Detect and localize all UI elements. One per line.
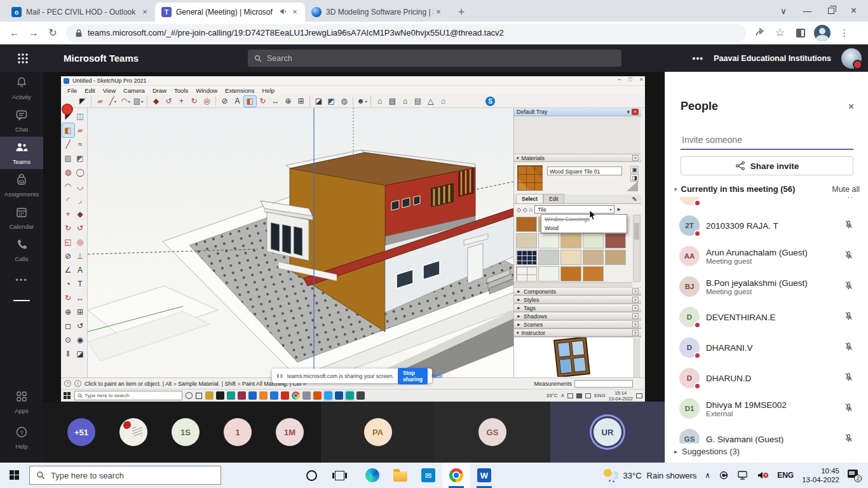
- orbit-tool-icon[interactable]: ↻: [257, 96, 269, 107]
- material-swatch[interactable]: [605, 250, 626, 265]
- mic-off-icon[interactable]: [844, 281, 853, 293]
- door-tool-icon[interactable]: ▤: [386, 96, 398, 107]
- instructor-scrollbar[interactable]: [634, 338, 641, 377]
- shared-app-icon[interactable]: [302, 391, 311, 400]
- dropdown-option[interactable]: Wood: [541, 224, 627, 233]
- language-indicator[interactable]: ENG: [777, 471, 794, 480]
- tray-icon[interactable]: [567, 393, 573, 398]
- rectangle-tool-icon[interactable]: ▨▾: [132, 96, 144, 107]
- section-plane-tool-icon[interactable]: ◪: [74, 347, 86, 361]
- suggestions-header[interactable]: ▸ Suggestions (3): [674, 447, 740, 456]
- rotate-tool-icon[interactable]: ↻: [188, 96, 200, 107]
- move-tool-icon[interactable]: +: [62, 207, 74, 221]
- shared-app-icon[interactable]: [238, 391, 246, 400]
- line-tool-icon[interactable]: ╱: [62, 137, 74, 151]
- menu-camera[interactable]: Camera: [120, 87, 148, 94]
- sidebar-item-calls[interactable]: Calls: [0, 234, 43, 266]
- tab-3d-pricing[interactable]: 3D Modeling Software Pricing | 3 ×: [305, 3, 449, 22]
- shared-app-icon[interactable]: [292, 391, 300, 400]
- shared-app-icon[interactable]: [216, 391, 224, 400]
- shared-app-icon[interactable]: [259, 391, 268, 400]
- pin-icon[interactable]: ▾: [627, 109, 630, 115]
- sample-paint-icon[interactable]: ✎: [632, 196, 637, 203]
- menu-view[interactable]: View: [100, 87, 119, 94]
- mic-off-icon[interactable]: [844, 250, 853, 262]
- mic-off-icon[interactable]: [844, 220, 853, 232]
- browser-profile-avatar[interactable]: [814, 25, 831, 41]
- panel-tags-header[interactable]: ►Tags×: [514, 304, 641, 312]
- material-swatch[interactable]: [538, 233, 559, 248]
- panel-shadows-header[interactable]: ►Shadows×: [514, 312, 641, 320]
- material-swatch[interactable]: [583, 266, 604, 281]
- rotated-rectangle-tool-icon[interactable]: ◩: [74, 151, 86, 165]
- chrome-button[interactable]: [442, 463, 470, 488]
- participant-tile[interactable]: +511S11M: [43, 402, 321, 463]
- material-swatch[interactable]: [560, 233, 581, 248]
- arc-tool-icon[interactable]: ◠▾: [119, 96, 132, 107]
- home-tool-icon[interactable]: ⌂: [399, 96, 411, 107]
- menu-edit[interactable]: Edit: [81, 87, 98, 94]
- material-swatch[interactable]: [583, 250, 604, 265]
- sketchup-canvas[interactable]: [88, 108, 513, 377]
- menu-tools[interactable]: Tools: [171, 87, 191, 94]
- shared-search-box[interactable]: Type here to search: [74, 391, 182, 400]
- select-tool-icon[interactable]: ◤: [76, 96, 88, 107]
- mute-all-button[interactable]: Mute all: [832, 185, 860, 194]
- notification-center-icon[interactable]: 2: [848, 470, 860, 481]
- tab-close-icon[interactable]: ×: [433, 7, 444, 17]
- close-icon[interactable]: ×: [851, 5, 857, 17]
- freehand-tool-icon[interactable]: ≈: [74, 137, 86, 151]
- panel-close-icon[interactable]: ×: [632, 322, 639, 327]
- material-swatch[interactable]: [538, 250, 559, 265]
- meeting-section-header[interactable]: ▾ Currently in this meeting (56) Mute al…: [674, 184, 860, 194]
- task-view-icon[interactable]: [196, 393, 202, 399]
- section-fill-tool-icon[interactable]: ◩: [325, 96, 337, 107]
- minimize-icon[interactable]: —: [803, 6, 811, 16]
- panel-close-icon[interactable]: ×: [632, 330, 639, 336]
- meet-now-icon[interactable]: [719, 471, 729, 480]
- taskbar-search[interactable]: Type here to search: [29, 466, 221, 485]
- eraser-tool-icon[interactable]: ▰: [74, 123, 86, 137]
- line-tool-icon[interactable]: ╱▾: [107, 96, 119, 107]
- shared-app-icon[interactable]: [356, 391, 365, 400]
- material-name-field[interactable]: Wood Square Tile 01: [547, 166, 622, 175]
- participant-row[interactable]: [665, 197, 868, 210]
- panel-close-icon[interactable]: ×: [632, 297, 639, 302]
- cortana-icon[interactable]: [186, 392, 193, 399]
- rotate-tool-icon[interactable]: ↻: [62, 221, 74, 235]
- offset-tool-icon[interactable]: ◎: [74, 235, 86, 249]
- org-avatar[interactable]: [841, 48, 862, 69]
- tray-caret-icon[interactable]: ∧: [560, 393, 564, 398]
- material-swatch[interactable]: [516, 217, 537, 232]
- hide-banner-button[interactable]: Hide: [431, 373, 443, 379]
- material-swatch[interactable]: [538, 266, 559, 281]
- tab-search-icon[interactable]: ∨: [780, 6, 787, 16]
- shared-app-icon[interactable]: [270, 391, 278, 400]
- notification-icon[interactable]: [636, 393, 642, 398]
- material-swatch[interactable]: [560, 266, 581, 281]
- edge-button[interactable]: [358, 463, 386, 488]
- language[interactable]: ENG: [594, 393, 605, 398]
- mic-off-icon[interactable]: [844, 197, 853, 201]
- cortana-button[interactable]: [297, 463, 325, 488]
- home-collection-icon[interactable]: ⌂: [529, 207, 532, 213]
- tray-icon[interactable]: [576, 393, 582, 398]
- menu-help[interactable]: Help: [259, 87, 278, 94]
- threed-text-tool-icon[interactable]: T: [74, 277, 86, 291]
- participant-row[interactable]: D1Dhivya M 19MSE002External: [665, 393, 868, 424]
- material-swatch[interactable]: [516, 250, 537, 265]
- shared-app-icon[interactable]: [324, 391, 332, 400]
- participant-tile[interactable]: GS: [435, 402, 550, 463]
- new-tab-button[interactable]: +: [452, 4, 470, 22]
- sidebar-item-chat[interactable]: Chat: [0, 104, 43, 137]
- section-plane-tool-icon[interactable]: ◪: [313, 96, 325, 107]
- garage-tool-icon[interactable]: ▤: [412, 96, 424, 107]
- mail-button[interactable]: ✉: [414, 463, 442, 488]
- menu-extensions[interactable]: Extensions: [222, 87, 257, 94]
- close-icon[interactable]: ×: [640, 76, 643, 83]
- text-tool-icon[interactable]: A: [74, 263, 86, 277]
- panel-close-icon[interactable]: ×: [632, 305, 639, 311]
- tab-close-icon[interactable]: ×: [140, 7, 150, 17]
- volume-muted-icon[interactable]: [757, 471, 769, 480]
- sidebar-item-calendar[interactable]: Calendar: [0, 201, 43, 234]
